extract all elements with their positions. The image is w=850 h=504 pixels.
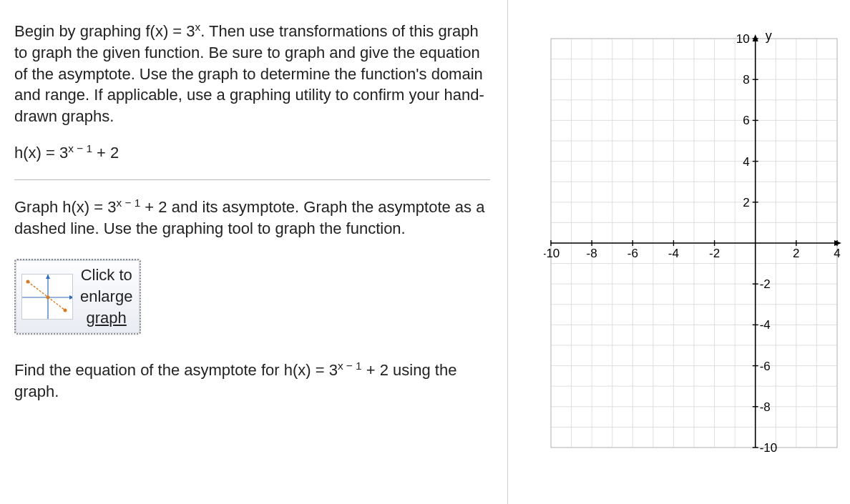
svg-text:-8: -8 bbox=[587, 247, 597, 260]
svg-text:2: 2 bbox=[793, 247, 799, 260]
graph-instruction: Graph h(x) = 3x − 1 + 2 and its asymptot… bbox=[14, 196, 490, 239]
svg-text:-8: -8 bbox=[760, 400, 771, 414]
fn-sup: x − 1 bbox=[68, 142, 92, 154]
find-a: Find the equation of the asymptote for h… bbox=[14, 361, 338, 379]
plane-svg: -10-8-6-4-224-10-8-6-4-2246810y bbox=[544, 29, 844, 458]
btn-line3: graph bbox=[80, 307, 132, 329]
btn-line1: Click to bbox=[80, 265, 132, 286]
svg-text:10: 10 bbox=[736, 32, 750, 46]
svg-text:-6: -6 bbox=[760, 360, 771, 373]
instr-sup: x − 1 bbox=[116, 197, 140, 209]
find-sup: x − 1 bbox=[338, 360, 362, 372]
svg-text:8: 8 bbox=[743, 73, 749, 87]
svg-text:-10: -10 bbox=[760, 441, 778, 455]
graph-thumbnail bbox=[21, 274, 73, 320]
svg-text:6: 6 bbox=[743, 114, 749, 127]
function-definition: h(x) = 3x − 1 + 2 bbox=[14, 142, 490, 164]
svg-line-7 bbox=[28, 282, 65, 310]
svg-text:-4: -4 bbox=[760, 318, 771, 332]
enlarge-graph-button[interactable]: Click to enlarge graph bbox=[14, 259, 141, 334]
instr-a: Graph h(x) = 3 bbox=[14, 198, 116, 216]
intro-text-a: Begin by graphing f(x) = 3 bbox=[14, 22, 195, 40]
fn-lhs: h(x) = 3 bbox=[14, 144, 68, 162]
svg-text:4: 4 bbox=[834, 247, 840, 260]
divider bbox=[14, 179, 490, 180]
enlarge-graph-label: Click to enlarge graph bbox=[80, 265, 132, 328]
problem-panel: Begin by graphing f(x) = 3x. Then use tr… bbox=[0, 0, 508, 504]
fn-rhs: + 2 bbox=[92, 144, 119, 162]
btn-line2: enlarge bbox=[80, 286, 132, 307]
svg-marker-3 bbox=[69, 295, 73, 300]
svg-text:-6: -6 bbox=[627, 247, 638, 260]
svg-marker-2 bbox=[46, 275, 50, 279]
problem-intro: Begin by graphing f(x) = 3x. Then use tr… bbox=[14, 20, 490, 127]
svg-text:4: 4 bbox=[743, 155, 749, 169]
svg-text:y: y bbox=[766, 29, 772, 43]
svg-text:-4: -4 bbox=[668, 247, 679, 260]
graph-panel: -10-8-6-4-224-10-8-6-4-2246810y bbox=[508, 0, 850, 504]
coordinate-plane[interactable]: -10-8-6-4-224-10-8-6-4-2246810y bbox=[544, 29, 844, 458]
svg-text:-2: -2 bbox=[709, 247, 720, 260]
svg-text:2: 2 bbox=[743, 196, 749, 209]
svg-marker-48 bbox=[753, 34, 758, 41]
svg-text:-2: -2 bbox=[760, 277, 771, 291]
svg-text:-10: -10 bbox=[544, 247, 560, 260]
find-asymptote-prompt: Find the equation of the asymptote for h… bbox=[14, 359, 490, 402]
svg-marker-47 bbox=[834, 240, 841, 246]
